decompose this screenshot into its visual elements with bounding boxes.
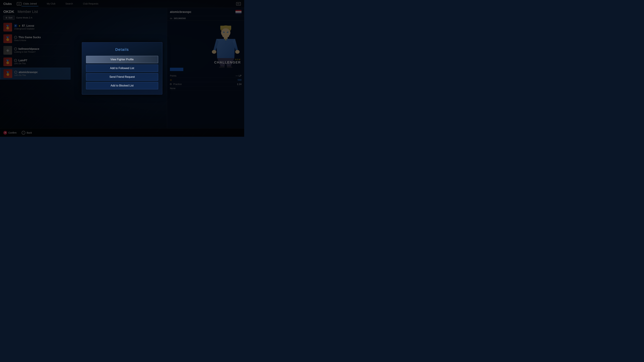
modal-title: Details (86, 47, 158, 52)
send-friend-request-button[interactable]: Send Friend Request (86, 73, 158, 81)
modal-overlay: Details View Fighter Profile Add to Foll… (0, 0, 244, 137)
details-modal: Details View Fighter Profile Add to Foll… (82, 42, 162, 94)
view-fighter-profile-button[interactable]: View Fighter Profile (86, 56, 158, 63)
add-to-followed-button[interactable]: Add to Followed List (86, 64, 158, 72)
add-to-blocked-button[interactable]: Add to Blocked List (86, 82, 158, 89)
